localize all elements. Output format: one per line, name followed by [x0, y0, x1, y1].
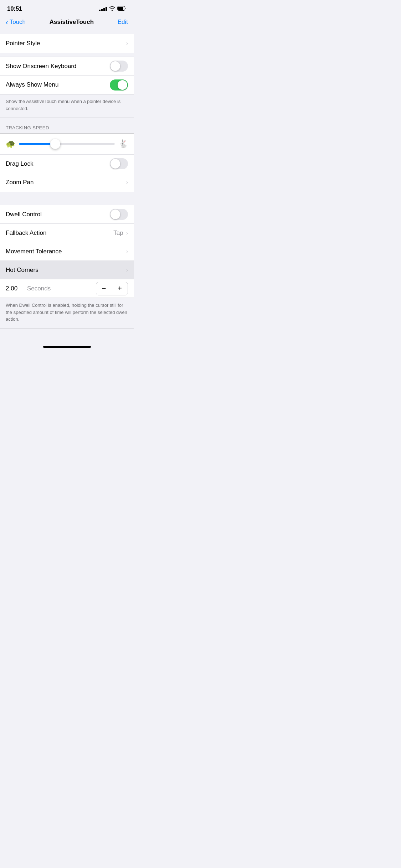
gap-1 — [0, 30, 134, 34]
dwell-stepper: − + — [96, 282, 128, 295]
show-keyboard-label: Show Onscreen Keyboard — [6, 63, 76, 70]
hot-corners-row[interactable]: Hot Corners › — [0, 261, 134, 279]
slider-fill — [19, 143, 55, 145]
movement-tolerance-label: Movement Tolerance — [6, 248, 62, 255]
rabbit-icon: 🐇 — [118, 139, 128, 149]
gap-3 — [0, 192, 134, 205]
hot-corners-label: Hot Corners — [6, 267, 38, 274]
show-keyboard-row[interactable]: Show Onscreen Keyboard — [0, 57, 134, 76]
slider-track — [19, 143, 115, 145]
zoom-pan-label: Zoom Pan — [6, 179, 34, 186]
pointer-style-label: Pointer Style — [6, 40, 40, 47]
always-show-description: Show the AssistiveTouch menu when a poin… — [0, 94, 134, 118]
dwell-unit: Seconds — [27, 285, 92, 292]
back-label: Touch — [10, 19, 26, 26]
toggle-thumb — [110, 61, 120, 71]
section-tracking: 🐢 🐇 Drag Lock Zoom Pan › — [0, 133, 134, 192]
svg-rect-1 — [118, 7, 123, 10]
fallback-action-value: Tap — [113, 229, 123, 237]
section-keyboard: Show Onscreen Keyboard Always Show Menu — [0, 57, 134, 94]
stepper-plus-button[interactable]: + — [112, 282, 128, 295]
status-icons — [99, 6, 127, 12]
stepper-minus-button[interactable]: − — [96, 282, 112, 295]
fallback-action-right: Tap › — [113, 229, 128, 237]
tracking-slider[interactable] — [19, 139, 115, 149]
toggle-thumb-3 — [110, 159, 120, 169]
toggle-thumb-4 — [110, 210, 120, 219]
wifi-icon — [109, 6, 115, 12]
fallback-action-chevron-icon: › — [126, 230, 128, 236]
zoom-pan-chevron-icon: › — [126, 179, 128, 186]
pointer-style-right: › — [126, 40, 128, 47]
dwell-description: When Dwell Control is enabled, holding t… — [0, 298, 134, 329]
drag-lock-row[interactable]: Drag Lock — [0, 155, 134, 173]
pointer-style-row[interactable]: Pointer Style › — [0, 34, 134, 53]
gap-2 — [0, 53, 134, 57]
dwell-control-toggle[interactable] — [110, 209, 128, 220]
hot-corners-chevron-icon: › — [126, 267, 128, 273]
battery-icon — [117, 6, 127, 12]
movement-tolerance-right: › — [126, 248, 128, 255]
always-show-menu-toggle[interactable] — [110, 79, 128, 91]
toggle-thumb-2 — [118, 80, 127, 90]
status-time: 10:51 — [7, 5, 22, 12]
drag-lock-label: Drag Lock — [6, 160, 33, 167]
show-keyboard-toggle[interactable] — [110, 61, 128, 72]
drag-lock-toggle[interactable] — [110, 158, 128, 169]
page-title: AssistiveTouch — [50, 19, 94, 26]
movement-tolerance-chevron-icon: › — [126, 248, 128, 255]
dwell-control-row[interactable]: Dwell Control — [0, 205, 134, 224]
slider-thumb — [50, 139, 60, 149]
movement-tolerance-row[interactable]: Movement Tolerance › — [0, 242, 134, 261]
nav-bar: ‹ Touch AssistiveTouch Edit — [0, 16, 134, 30]
pointer-style-chevron-icon: › — [126, 40, 128, 47]
always-show-menu-row[interactable]: Always Show Menu — [0, 76, 134, 94]
status-bar: 10:51 — [0, 0, 134, 16]
home-indicator — [0, 343, 134, 351]
dwell-value: 2.00 — [6, 285, 24, 292]
fallback-action-label: Fallback Action — [6, 229, 46, 237]
home-bar — [43, 346, 91, 348]
section-dwell: Dwell Control Fallback Action Tap › Move… — [0, 205, 134, 298]
back-chevron-icon: ‹ — [6, 19, 8, 26]
dwell-control-label: Dwell Control — [6, 211, 42, 218]
turtle-icon: 🐢 — [6, 139, 15, 149]
signal-icon — [99, 7, 107, 11]
dwell-seconds-row: 2.00 Seconds − + — [0, 279, 134, 298]
fallback-action-row[interactable]: Fallback Action Tap › — [0, 224, 134, 242]
section-pointer-style: Pointer Style › — [0, 34, 134, 53]
zoom-pan-row[interactable]: Zoom Pan › — [0, 173, 134, 192]
always-show-menu-label: Always Show Menu — [6, 81, 58, 88]
tracking-speed-header: TRACKING SPEED — [0, 118, 134, 133]
hot-corners-right: › — [126, 267, 128, 273]
tracking-speed-row[interactable]: 🐢 🐇 — [0, 134, 134, 155]
back-button[interactable]: ‹ Touch — [6, 19, 26, 26]
zoom-pan-right: › — [126, 179, 128, 186]
edit-button[interactable]: Edit — [118, 19, 128, 26]
